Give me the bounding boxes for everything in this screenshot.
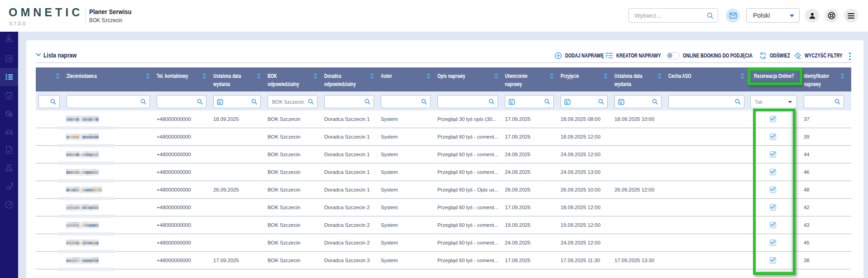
sidebar-item-planner[interactable] <box>0 86 18 105</box>
redacted-client-name <box>66 257 99 264</box>
sidebar-item-clients[interactable] <box>0 32 18 48</box>
filter-ustalona1[interactable] <box>213 95 261 108</box>
sidebar-item-documents[interactable] <box>0 50 18 68</box>
cell-doradca: Doradca Szczecin 1 <box>320 163 376 181</box>
sort-icon[interactable] <box>369 73 374 79</box>
cell-bok: BOK Szczecin <box>263 110 320 128</box>
table-filter-row: BOK SzczecinTak <box>36 91 851 110</box>
cell-ident: 42 <box>799 199 851 216</box>
cell-ustalona2 <box>610 128 664 145</box>
sort-icon[interactable] <box>657 73 662 79</box>
sidebar <box>0 32 18 278</box>
global-search-input[interactable] <box>634 9 702 22</box>
column-header-expander[interactable] <box>36 67 62 91</box>
filter-zleceniodawca[interactable] <box>67 95 150 108</box>
refresh-button[interactable]: ODŚWIEŻ <box>759 50 796 61</box>
calendar-icon[interactable] <box>508 99 515 105</box>
column-header-utworzenie[interactable]: Utworzenienaprawy <box>500 67 556 91</box>
filter-utworzenie[interactable] <box>505 95 554 108</box>
column-label: Autor <box>381 72 392 80</box>
cell-ustalona1 <box>209 216 263 234</box>
sort-icon[interactable] <box>549 73 554 79</box>
column-header-tel[interactable]: Tel. kontaktowy <box>152 67 209 91</box>
sort-icon[interactable] <box>313 73 318 79</box>
language-select[interactable]: Polski <box>746 8 800 23</box>
table-row[interactable]: +48000000000BOK SzczecinDoradca Szczecin… <box>36 234 851 252</box>
cell-cecha <box>664 252 747 269</box>
filter-opis[interactable] <box>437 95 498 108</box>
filter-expander[interactable] <box>38 95 60 108</box>
table-row[interactable]: +48000000000BOK SzczecinDoradca Szczecin… <box>36 163 851 181</box>
sort-icon[interactable] <box>740 73 745 79</box>
column-header-przyjecie[interactable]: Przyjęcie <box>556 67 610 91</box>
table-row[interactable]: +4800000000026.09.2025BOK SzczecinDoradc… <box>36 181 851 199</box>
sidebar-item-parts[interactable] <box>0 105 18 123</box>
filter-przyjecie[interactable] <box>561 95 608 108</box>
table-row[interactable]: +48000000000BOK SzczecinDoradca Szczecin… <box>36 146 851 163</box>
sidebar-item-repairs-list[interactable] <box>0 68 18 86</box>
section-head[interactable]: Lista napraw <box>36 49 85 60</box>
column-header-ustalona2[interactable]: Ustalona datawydania <box>610 67 664 91</box>
sort-icon[interactable] <box>202 73 207 79</box>
profile-button[interactable] <box>805 9 819 23</box>
sort-icon[interactable] <box>256 73 261 79</box>
sort-icon[interactable] <box>426 73 431 79</box>
column-header-autor[interactable]: Autor <box>376 67 433 91</box>
sort-icon[interactable] <box>55 73 60 79</box>
cell-opis: Przegląd 60 tyś - coment... <box>433 216 500 234</box>
column-header-zleceniodawca[interactable]: Zleceniodawca <box>62 67 152 91</box>
filter-doradca[interactable] <box>324 95 374 108</box>
calendar-icon[interactable] <box>217 99 223 105</box>
cell-ident: 39 <box>799 128 851 145</box>
column-header-opis[interactable]: Opis naprawy <box>433 67 500 91</box>
filter-bok[interactable]: BOK Szczecin <box>268 95 317 108</box>
toggle-off-icon[interactable] <box>666 52 680 59</box>
filter-tel[interactable] <box>157 95 206 108</box>
sort-icon[interactable] <box>840 73 845 79</box>
filter-autor[interactable] <box>381 95 431 108</box>
table-row[interactable]: +4800000000017.09.2025BOK SzczecinDoradc… <box>36 252 851 269</box>
table-row[interactable]: +48000000000BOK SzczecinDoradca Szczecin… <box>36 128 851 146</box>
cell-doradca: Doradca Szczecin 1 <box>320 181 376 198</box>
sidebar-item-dashboard[interactable] <box>0 195 18 213</box>
clear-filters-button[interactable]: WYCZYŚĆ FILTRY <box>794 50 854 61</box>
calendar-icon[interactable] <box>618 99 624 105</box>
cell-tel: +48000000000 <box>152 252 209 269</box>
messages-button[interactable] <box>726 9 740 23</box>
column-header-doradca[interactable]: Doradcaodpowiedzialny <box>320 67 376 91</box>
table-row[interactable]: +4800000000018.09.2025BOK SzczecinDoradc… <box>36 110 851 128</box>
cell-przyjecie: 18.09.2025 12:00 <box>556 128 610 145</box>
calendar-icon[interactable] <box>564 99 571 105</box>
sidebar-item-detailing[interactable] <box>0 177 18 195</box>
cell-ident: 46 <box>799 163 851 181</box>
sort-icon[interactable] <box>603 73 608 79</box>
column-header-ustalona1[interactable]: Ustalona datawydania <box>209 67 263 91</box>
package-check-icon <box>4 109 14 119</box>
cell-utworzenie: 17.09.2025 <box>500 199 556 216</box>
table-row[interactable]: +48000000000BOK SzczecinDoradca Szczecin… <box>36 199 851 216</box>
more-options-button[interactable] <box>848 52 852 61</box>
repair-wizard-button[interactable]: KREATOR NAPRAWY <box>605 50 674 61</box>
sidebar-item-vehicles[interactable] <box>0 123 18 141</box>
column-header-bok[interactable]: BOKodpowiedzialny <box>263 67 320 91</box>
cell-tel: +48000000000 <box>152 181 209 198</box>
column-header-cecha[interactable]: Cecha ASO <box>664 67 747 91</box>
global-search[interactable] <box>628 8 718 23</box>
sidebar-item-protocols[interactable] <box>0 141 18 159</box>
filter-rezerwacja[interactable]: Tak <box>750 95 797 108</box>
filter-cecha[interactable] <box>668 95 744 108</box>
column-header-ident[interactable]: Identyfikatornaprawy <box>799 67 851 91</box>
filter-ident[interactable] <box>804 95 844 108</box>
cell-cecha <box>664 128 747 145</box>
online-booking-toggle[interactable]: ONLINE BOOKING DO PODJĘCIA <box>666 50 773 61</box>
menu-button[interactable] <box>844 9 858 23</box>
sort-icon[interactable] <box>494 73 499 79</box>
cell-ustalona1 <box>209 199 263 216</box>
sidebar-item-car-wash[interactable] <box>0 159 18 177</box>
redaction-band <box>58 144 115 147</box>
filter-ustalona2[interactable] <box>614 95 662 108</box>
sort-icon[interactable] <box>145 73 150 79</box>
help-button[interactable] <box>825 9 839 23</box>
table-row[interactable]: +48000000000BOK SzczecinDoradca Szczecin… <box>36 216 851 234</box>
calendar-check-icon <box>4 91 14 101</box>
